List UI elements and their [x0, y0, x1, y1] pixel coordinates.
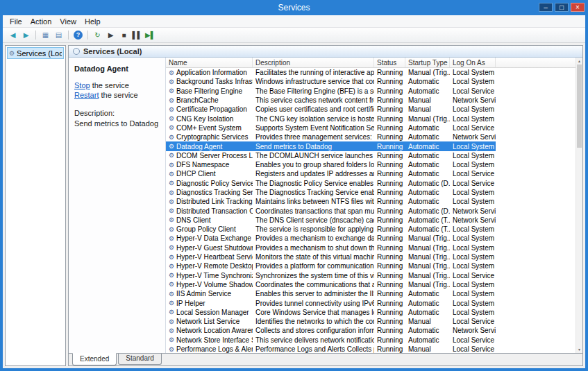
close-button[interactable]: × [571, 3, 585, 12]
forward-icon[interactable]: ▶ [20, 30, 32, 40]
minimize-button[interactable]: – [539, 3, 553, 12]
service-name: Datadog Agent [176, 143, 222, 150]
service-description: Collects and stores configuration inform… [253, 327, 374, 334]
scrollbar-thumb[interactable] [577, 64, 582, 148]
service-row[interactable]: ⚙Distributed Transaction Co...Coordinate… [166, 206, 496, 215]
scroll-up-arrow[interactable]: ▲ [576, 58, 582, 64]
back-icon[interactable]: ◀ [7, 30, 19, 40]
column-header-startup-type[interactable]: Startup Type [405, 58, 450, 67]
service-row[interactable]: ⚙COM+ Event SystemSupports System Event … [166, 123, 496, 132]
column-header-status[interactable]: Status [374, 58, 405, 67]
service-icon: ⚙ [169, 124, 174, 131]
vertical-scrollbar[interactable]: ▲ ▼ [576, 58, 582, 353]
service-log-on-as: Local Service [450, 318, 496, 325]
service-name: Hyper-V Data Exchange Ser... [176, 234, 253, 242]
column-header-log-on-as[interactable]: Log On As [450, 58, 496, 67]
service-row[interactable]: ⚙Hyper-V Remote Desktop V...Provides a p… [166, 261, 496, 270]
stop-service-line: Stop the service [74, 81, 160, 89]
service-row[interactable]: ⚙Diagnostics Tracking ServiceThe Diagnos… [166, 188, 496, 197]
service-status: Running [374, 180, 405, 187]
service-row[interactable]: ⚙Background Tasks Infrastru...Windows in… [166, 77, 496, 86]
scroll-down-arrow[interactable]: ▼ [576, 346, 582, 353]
menu-file[interactable]: File [6, 17, 26, 26]
service-name: Hyper-V Remote Desktop V... [176, 262, 253, 270]
selected-service-title: Datadog Agent [74, 64, 160, 73]
restart-service-icon[interactable]: ▶▌ [144, 30, 156, 40]
menu-action[interactable]: Action [26, 17, 56, 26]
service-row[interactable]: ⚙Cryptographic ServicesProvides three ma… [166, 132, 496, 141]
scrollbar-track[interactable] [576, 64, 582, 346]
tab-standard[interactable]: Standard [118, 354, 162, 365]
restart-service-link[interactable]: Restart [74, 91, 99, 99]
service-row[interactable]: ⚙Network Location AwarenessCollects and … [166, 326, 496, 335]
stop-service-icon[interactable]: ■ [118, 30, 130, 40]
service-row[interactable]: ⚙Hyper-V Time Synchroniza...Synchronizes… [166, 271, 496, 280]
menu-help[interactable]: Help [81, 17, 105, 26]
service-name-cell: ⚙DHCP Client [166, 170, 253, 178]
service-status: Running [374, 161, 405, 169]
menu-view[interactable]: View [56, 17, 81, 26]
service-row[interactable]: ⚙BranchCacheThis service caches network … [166, 96, 496, 105]
service-row[interactable]: ⚙Network List ServiceIdentifies the netw… [166, 317, 496, 326]
service-row[interactable]: ⚙Hyper-V Guest Shutdown S...Provides a m… [166, 243, 496, 252]
maximize-button[interactable]: □ [555, 3, 569, 12]
service-row[interactable]: ⚙DCOM Server Process Laun...The DCOMLAUN… [166, 151, 496, 160]
service-name-cell: ⚙Diagnostic Policy Service [166, 180, 253, 187]
service-row[interactable]: ⚙Hyper-V Heartbeat ServiceMonitors the s… [166, 252, 496, 261]
service-row[interactable]: ⚙IIS Admin ServiceEnables this server to… [166, 289, 496, 298]
help-icon[interactable]: ? [74, 31, 83, 40]
service-startup-type: Automatic (D... [405, 180, 450, 187]
service-log-on-as: Local System [450, 198, 496, 205]
service-description: Supports System Event Notification Servi… [253, 124, 374, 132]
tree-item-services-local[interactable]: ⚙ Services (Local) [7, 47, 64, 59]
service-row[interactable]: ⚙Performance Logs & AlertsPerformance Lo… [166, 345, 496, 353]
service-row[interactable]: ⚙IP HelperProvides tunnel connectivity u… [166, 298, 496, 307]
service-description: Provides a mechanism to exchange data be… [253, 234, 374, 242]
service-row[interactable]: ⚙Group Policy ClientThe service is respo… [166, 225, 496, 234]
column-header-description[interactable]: Description [253, 58, 374, 67]
service-row[interactable]: ⚙Local Session ManagerCore Windows Servi… [166, 308, 496, 317]
service-log-on-as: Local Service [450, 170, 496, 178]
service-name-cell: ⚙Hyper-V Data Exchange Ser... [166, 234, 253, 242]
service-name: DNS Client [176, 216, 210, 224]
tab-extended[interactable]: Extended [72, 353, 117, 365]
service-row[interactable]: ⚙Hyper-V Data Exchange Ser...Provides a … [166, 234, 496, 243]
service-name-cell: ⚙Network List Service [166, 318, 253, 325]
column-header-name[interactable]: Name [166, 58, 253, 67]
service-icon: ⚙ [169, 171, 174, 178]
title-bar[interactable]: Services – □ × [0, 0, 588, 15]
service-status: Running [374, 244, 405, 252]
show-console-tree-icon[interactable]: ▦ [40, 30, 51, 40]
service-row[interactable]: ⚙CNG Key IsolationThe CNG key isolation … [166, 114, 496, 123]
refresh-icon[interactable]: ↻ [92, 30, 103, 40]
service-row[interactable]: ⚙Hyper-V Volume Shadow C...Coordinates t… [166, 280, 496, 289]
service-status: Running [374, 189, 405, 196]
pause-service-icon[interactable]: ▌▌ [131, 30, 143, 40]
service-row[interactable]: ⚙DNS ClientThe DNS Client service (dnsca… [166, 216, 496, 225]
service-row[interactable]: ⚙Diagnostic Policy ServiceThe Diagnostic… [166, 179, 496, 188]
service-name-cell: ⚙Hyper-V Time Synchroniza... [166, 272, 253, 279]
service-row[interactable]: ⚙Certificate PropagationCopies user cert… [166, 105, 496, 114]
service-startup-type: Automatic (T... [405, 216, 450, 224]
service-startup-type: Manual (Trig... [405, 115, 450, 123]
service-description: Identifies the networks to which the com… [253, 318, 374, 325]
service-name-cell: ⚙Distributed Transaction Co... [166, 207, 253, 215]
export-list-icon[interactable]: ▤ [53, 30, 65, 40]
service-name-cell: ⚙DFS Namespace [166, 161, 253, 169]
service-startup-type: Manual (Trig... [405, 253, 450, 261]
service-row[interactable]: ⚙DHCP ClientRegisters and updates IP add… [166, 169, 496, 178]
service-row[interactable]: ⚙Application InformationFacilitates the … [166, 68, 496, 77]
start-service-icon[interactable]: ▶ [105, 30, 117, 40]
service-row[interactable]: ⚙Network Store Interface Ser...This serv… [166, 336, 496, 345]
service-status: Running [374, 290, 405, 297]
window-body: FileActionViewHelp ◀▶▦▤?↻▶■▌▌▶▌ ⚙ Servic… [3, 15, 585, 368]
service-row[interactable]: ⚙DFS NamespaceEnables you to group share… [166, 160, 496, 169]
service-startup-type: Automatic [405, 152, 450, 159]
service-row[interactable]: ⚙Distributed Link Tracking C...Maintains… [166, 197, 496, 206]
service-row[interactable]: ⚙Base Filtering EngineThe Base Filtering… [166, 87, 496, 96]
service-row[interactable]: ⚙Datadog AgentSend metrics to DatadogRun… [166, 141, 496, 150]
service-name-cell: ⚙Hyper-V Volume Shadow C... [166, 281, 253, 288]
service-name-cell: ⚙Cryptographic Services [166, 133, 253, 141]
stop-service-link[interactable]: Stop [74, 81, 90, 89]
restart-service-line: Restart the service [74, 91, 160, 99]
